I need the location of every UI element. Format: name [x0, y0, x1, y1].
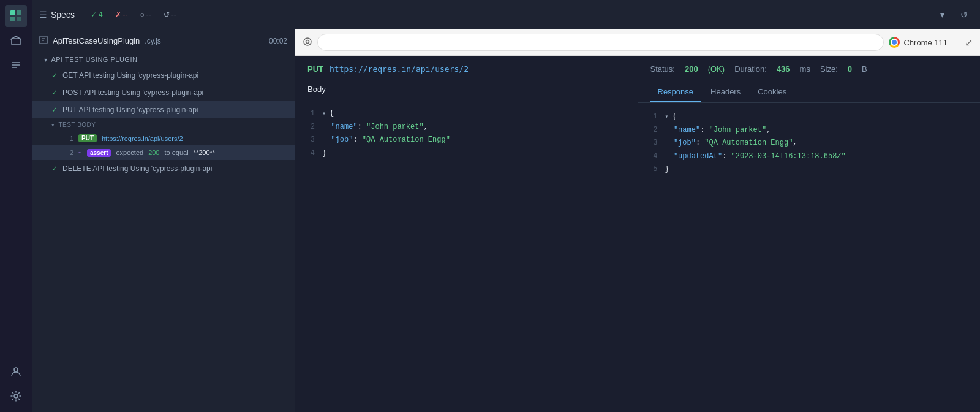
pass-stat: ✓ 4: [87, 9, 107, 20]
preview-area: Chrome 111 ⤢ PUT https://reqres.in/api/u…: [295, 29, 980, 412]
test-label-get: GET API testing Using 'cypress-plugin-ap…: [62, 71, 198, 80]
body-area: ApiTestCaseUsingPlugin .cy.js 00:02 ▾ AP…: [32, 29, 980, 412]
browser-top-bar: Chrome 111 ⤢: [295, 29, 980, 55]
browser-address-bar[interactable]: [317, 34, 884, 51]
pending-stat: ○ --: [137, 9, 155, 20]
method-badge: PUT: [307, 64, 323, 74]
pass-icon: ✓: [91, 10, 97, 19]
body-label: Body: [295, 82, 638, 100]
svg-point-13: [304, 38, 311, 45]
main-content: ☰ Specs ✓ 4 ✗ -- ○ -- ↺ -- ▾ ↺: [32, 0, 980, 412]
resp-line-3: 3 "job": "QA Automation Engg",: [648, 137, 971, 150]
cmd-url: https://reqres.in/api/users/2: [102, 135, 183, 142]
svg-point-9: [14, 394, 18, 398]
chrome-icon: [889, 37, 900, 48]
expected-text: expected: [116, 149, 143, 156]
test-label-delete: DELETE API testing Using 'cypress-plugin…: [62, 164, 212, 173]
dropdown-button[interactable]: ▾: [933, 6, 951, 23]
spec-file-name: ApiTestCaseUsingPlugin: [53, 36, 140, 45]
size-label: Size:: [820, 64, 838, 74]
test-item-post[interactable]: ✓ POST API testing Using 'cypress-plugin…: [32, 84, 295, 101]
specs-title-icon: ☰: [39, 10, 47, 20]
test-label-put: PUT API testing Using 'cypress-plugin-ap…: [62, 105, 198, 114]
check-icon-post: ✓: [51, 88, 58, 97]
status-label: Status:: [650, 64, 675, 74]
tab-headers[interactable]: Headers: [703, 82, 748, 102]
put-badge: PUT: [78, 134, 97, 142]
api-status-bar: Status: 200 (OK) Duration: 436 ms Size: …: [638, 56, 981, 82]
resp-line-5: 5 }: [648, 163, 971, 177]
duration-label: Duration:: [734, 64, 767, 74]
specs-title-text: Specs: [51, 10, 75, 20]
fail-icon: ✗: [115, 10, 121, 19]
api-request-section: PUT https://reqres.in/api/users/2 Body 1…: [295, 56, 638, 412]
stats-area: ✓ 4 ✗ -- ○ -- ↺ --: [87, 9, 180, 20]
check-icon-delete: ✓: [51, 164, 58, 173]
home-icon[interactable]: [5, 29, 27, 52]
users-icon[interactable]: New: [5, 360, 27, 383]
request-body: 1 ▾ { 2 "name": "John parket",: [295, 100, 638, 412]
check-icon-put: ✓: [51, 105, 58, 114]
code-line-1: 1 ▾ {: [305, 107, 628, 121]
duration-unit: ms: [800, 64, 810, 74]
subsuite-label: TEST BODY: [59, 121, 96, 128]
subsuite-chevron: ▾: [51, 122, 55, 128]
assert-badge: assert: [87, 149, 111, 157]
response-tabs: Response Headers Cookies: [638, 82, 981, 103]
specs-panel: ApiTestCaseUsingPlugin .cy.js 00:02 ▾ AP…: [32, 29, 295, 412]
spec-file-ext: .cy.js: [145, 37, 160, 45]
command-assert[interactable]: 2 - assert expected 200 to equal **200**: [32, 145, 295, 160]
size-value: 0: [848, 64, 852, 74]
logo-icon[interactable]: [5, 5, 27, 27]
suite-header: ▾ API Test Using Plugin: [32, 52, 295, 67]
fail-stat: ✗ --: [111, 9, 132, 20]
svg-rect-4: [12, 39, 20, 45]
command-put[interactable]: 1 PUT https://reqres.in/api/users/2: [32, 131, 295, 145]
svg-rect-3: [17, 17, 21, 21]
api-url-bar: PUT https://reqres.in/api/users/2: [295, 56, 638, 82]
line-num-1: 1: [61, 135, 74, 142]
sidebar: New: [0, 0, 32, 412]
tab-cookies[interactable]: Cookies: [750, 82, 794, 102]
subsuite-header: ▾ TEST BODY: [32, 118, 295, 131]
test-label-post: POST API testing Using 'cypress-plugin-a…: [62, 88, 203, 97]
code-line-4: 4 }: [305, 147, 628, 161]
request-url: https://reqres.in/api/users/2: [330, 64, 469, 74]
duration-value: 436: [777, 64, 790, 74]
browser-settings-icon[interactable]: [303, 37, 312, 48]
line-num-2: 2: [61, 149, 74, 156]
settings-icon[interactable]: [5, 385, 27, 407]
test-item-get[interactable]: ✓ GET API testing Using 'cypress-plugin-…: [32, 67, 295, 84]
check-icon-get: ✓: [51, 71, 58, 80]
chrome-label: Chrome 111: [903, 38, 948, 47]
suite-chevron: ▾: [44, 56, 48, 63]
status-code: 200: [685, 64, 698, 74]
resp-line-4: 4 "updatedAt": "2023-03-14T16:13:18.658Z…: [648, 150, 971, 164]
expected-num: 200: [148, 149, 159, 156]
response-body: 1 ▾ { 2 "name": "John parket",: [638, 103, 981, 412]
running-stat: ↺ --: [160, 9, 180, 20]
chrome-indicator: Chrome 111: [889, 37, 955, 48]
to-equal-text: to equal: [164, 149, 188, 156]
svg-point-14: [306, 40, 309, 43]
size-unit: B: [862, 64, 867, 74]
test-item-put[interactable]: ✓ PUT API testing Using 'cypress-plugin-…: [32, 101, 295, 118]
top-bar-actions: ▾ ↺: [933, 6, 973, 23]
svg-rect-10: [40, 36, 47, 44]
file-icon: [39, 36, 48, 46]
refresh-button[interactable]: ↺: [956, 6, 973, 23]
browser-chrome: Chrome 111 ⤢: [295, 29, 980, 56]
list-icon[interactable]: [5, 54, 27, 76]
running-icon: ↺: [164, 10, 170, 19]
api-panel: PUT https://reqres.in/api/users/2 Body 1…: [295, 56, 980, 412]
test-item-delete[interactable]: ✓ DELETE API testing Using 'cypress-plug…: [32, 160, 295, 177]
svg-rect-2: [10, 17, 15, 21]
spec-file-header: ApiTestCaseUsingPlugin .cy.js 00:02: [32, 29, 295, 52]
svg-rect-1: [17, 10, 21, 15]
specs-title: ☰ Specs: [39, 10, 75, 20]
status-ok: (OK): [708, 64, 725, 74]
pending-icon: ○: [140, 10, 145, 19]
resize-icon[interactable]: ⤢: [965, 37, 973, 48]
api-response-section: Status: 200 (OK) Duration: 436 ms Size: …: [638, 56, 981, 412]
tab-response[interactable]: Response: [650, 82, 701, 102]
